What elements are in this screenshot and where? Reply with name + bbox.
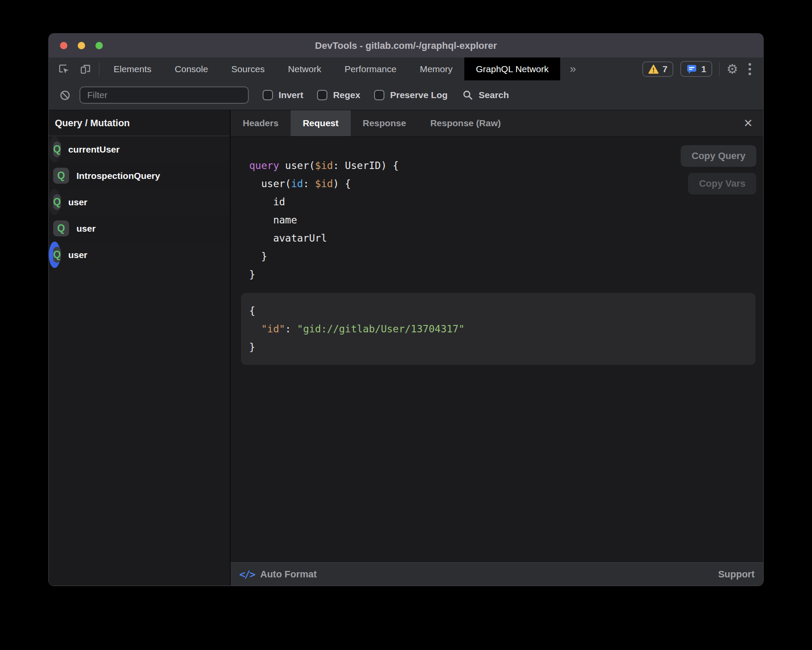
support-link[interactable]: Support: [718, 569, 755, 580]
detail-tab-response[interactable]: Response: [351, 110, 418, 136]
settings-gear-icon[interactable]: ⚙: [726, 63, 738, 76]
code-brackets-icon: </>: [239, 569, 255, 580]
query-name-label: IntrospectionQuery: [76, 171, 160, 181]
filter-bar: InvertRegexPreserve Log Search: [49, 80, 763, 110]
code-line: name: [249, 211, 763, 229]
close-panel-icon[interactable]: ✕: [743, 118, 753, 129]
query-list-item-user-3[interactable]: Quser: [49, 215, 230, 242]
devtools-window: DevTools - gitlab.com/-/graphql-explorer…: [48, 33, 764, 586]
query-list-item-user-2[interactable]: Quser: [49, 189, 60, 215]
checkbox-label-invert: Invert: [279, 90, 303, 100]
warning-triangle-icon: [648, 64, 659, 74]
window-title: DevTools - gitlab.com/-/graphql-explorer: [315, 40, 497, 51]
main-tab-graphql-network[interactable]: GraphQL Network: [464, 57, 560, 80]
copy-vars-button[interactable]: Copy Vars: [688, 173, 756, 194]
code-line: "id": "gid://gitlab/User/13704317": [249, 320, 747, 338]
warning-count: 7: [663, 64, 668, 74]
inspect-element-icon[interactable]: [57, 63, 70, 76]
devtools-tab-bar: ElementsConsoleSourcesNetworkPerformance…: [49, 57, 763, 80]
checkbox-label-preserve-log: Preserve Log: [390, 90, 447, 100]
search-button[interactable]: Search: [462, 89, 509, 101]
issues-badge[interactable]: 1: [680, 61, 712, 77]
minimize-window-button[interactable]: [78, 42, 85, 49]
query-type-badge: Q: [53, 141, 61, 157]
query-list-panel: Query / Mutation QcurrentUserQIntrospect…: [49, 110, 231, 586]
query-type-badge: Q: [53, 194, 61, 210]
query-name-label: currentUser: [68, 144, 120, 155]
query-type-badge: Q: [53, 247, 61, 263]
query-list: QcurrentUserQIntrospectionQueryQuserQuse…: [49, 136, 230, 268]
search-icon: [462, 89, 473, 101]
detail-tab-request[interactable]: Request: [291, 110, 351, 136]
detail-tab-response-raw[interactable]: Response (Raw): [418, 110, 513, 136]
query-name-label: user: [76, 223, 95, 234]
code-line: {: [249, 302, 747, 320]
query-list-header: Query / Mutation: [49, 110, 230, 136]
code-line: id: [249, 193, 763, 211]
checkbox-group-regex[interactable]: Regex: [317, 90, 360, 100]
request-tab-content: query user($id: UserID) { user(id: $id) …: [231, 137, 763, 562]
detail-tab-bar: HeadersRequestResponseResponse (Raw) ✕: [231, 110, 763, 137]
main-tab-elements[interactable]: Elements: [102, 57, 163, 80]
traffic-lights: [60, 34, 103, 57]
title-bar: DevTools - gitlab.com/-/graphql-explorer: [49, 34, 763, 57]
code-line: }: [249, 338, 747, 356]
code-line: }: [249, 265, 763, 284]
kebab-menu-icon[interactable]: [745, 63, 755, 75]
checkbox-invert[interactable]: [263, 90, 273, 100]
main-tab-performance[interactable]: Performance: [333, 57, 408, 80]
checkbox-preserve-log[interactable]: [374, 90, 384, 100]
block-requests-icon[interactable]: [59, 89, 71, 101]
detail-tab-headers[interactable]: Headers: [231, 110, 291, 136]
code-line: avatarUrl: [249, 229, 763, 247]
query-list-item-currentuser-0[interactable]: QcurrentUser: [49, 136, 60, 162]
main-tab-console[interactable]: Console: [163, 57, 220, 80]
copy-query-button[interactable]: Copy Query: [681, 145, 756, 167]
filter-input[interactable]: [79, 86, 249, 104]
device-toolbar-icon[interactable]: [79, 63, 92, 76]
more-tabs-button[interactable]: »: [560, 57, 585, 80]
zoom-window-button[interactable]: [95, 42, 103, 49]
main-tab-sources[interactable]: Sources: [220, 57, 276, 80]
query-list-item-user-4[interactable]: Quser: [49, 242, 60, 268]
checkbox-group-invert[interactable]: Invert: [263, 90, 303, 100]
auto-format-button[interactable]: </> Auto Format: [239, 569, 317, 580]
checkbox-group-preserve-log[interactable]: Preserve Log: [374, 90, 447, 100]
query-list-item-introspectionquery-1[interactable]: QIntrospectionQuery: [49, 162, 230, 189]
badge-divider: [719, 62, 720, 76]
main-tab-memory[interactable]: Memory: [408, 57, 464, 80]
graphql-variables-box: { "id": "gid://gitlab/User/13704317"}: [241, 293, 755, 365]
main-tabs: ElementsConsoleSourcesNetworkPerformance…: [102, 57, 560, 80]
code-line: }: [249, 247, 763, 265]
search-label: Search: [479, 90, 509, 100]
query-type-badge: Q: [53, 168, 69, 184]
query-name-label: user: [68, 197, 87, 207]
close-window-button[interactable]: [60, 42, 67, 49]
query-name-label: user: [68, 250, 87, 260]
main-tab-network[interactable]: Network: [276, 57, 333, 80]
request-detail-panel: HeadersRequestResponseResponse (Raw) ✕ q…: [231, 110, 763, 586]
chat-bubble-icon: [686, 64, 697, 74]
checkbox-label-regex: Regex: [333, 90, 360, 100]
warnings-badge[interactable]: 7: [642, 61, 674, 77]
detail-footer: </> Auto Format Support: [231, 562, 763, 586]
toolbar-divider: [99, 62, 99, 76]
auto-format-label: Auto Format: [260, 569, 317, 580]
issue-count: 1: [701, 64, 706, 74]
checkbox-regex[interactable]: [317, 90, 327, 100]
query-type-badge: Q: [53, 220, 69, 236]
